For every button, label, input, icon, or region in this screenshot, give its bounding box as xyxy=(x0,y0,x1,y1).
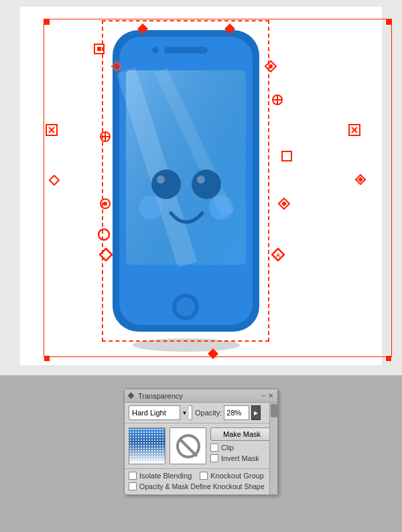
clip-checkbox[interactable] xyxy=(210,444,218,452)
panel-title-label: Transparency xyxy=(138,392,183,400)
transparency-panel: Transparency ─ ✕ Hard Light ▼ Opacity: 2… xyxy=(124,389,278,495)
opacity-mask-checkbox[interactable] xyxy=(129,482,137,490)
blend-mode-label: Hard Light xyxy=(132,409,166,417)
canvas-area: A xyxy=(0,0,402,375)
handle-group-1 xyxy=(111,60,123,75)
handle-group-r5: A xyxy=(271,248,285,264)
svg-point-7 xyxy=(192,170,221,199)
panel-thumbnails-row: Make Mask Clip Invert Mask xyxy=(125,423,277,468)
handle-far-l1 xyxy=(46,124,58,139)
isolate-blending-row: Isolate Blending Knockout Group xyxy=(129,470,273,481)
svg-marker-48 xyxy=(224,23,235,34)
handle-bottom-c xyxy=(208,348,218,362)
svg-point-8 xyxy=(157,176,165,184)
svg-point-28 xyxy=(269,64,273,68)
bottom-panel: Transparency ─ ✕ Hard Light ▼ Opacity: 2… xyxy=(0,375,402,532)
handle-group-3 xyxy=(99,198,111,212)
svg-point-6 xyxy=(151,170,181,199)
svg-point-10 xyxy=(139,196,163,220)
opacity-mask-label: Opacity & Mask Define Knockout Shape xyxy=(139,482,265,490)
phone-svg xyxy=(107,27,265,335)
svg-marker-34 xyxy=(281,201,287,206)
svg-point-15 xyxy=(176,297,195,316)
invert-mask-checkbox[interactable] xyxy=(210,454,218,462)
invert-mask-label: Invert Mask xyxy=(221,454,259,462)
opacity-value: 28% xyxy=(226,409,241,417)
handle-group-2 xyxy=(99,131,111,145)
panel-controls-top: Hard Light ▼ Opacity: 28% ▶ xyxy=(125,403,277,423)
knockout-group-label: Knockout Group xyxy=(210,472,264,480)
panel-scrollbar[interactable] xyxy=(269,403,277,494)
invert-mask-row: Invert Mask xyxy=(210,454,273,462)
isolate-blending-checkbox[interactable] xyxy=(129,472,137,480)
blend-mode-arrow-icon[interactable]: ▼ xyxy=(180,405,189,420)
handle-group-r3 xyxy=(281,151,292,164)
panel-diamond-icon xyxy=(128,393,135,399)
mask-thumbnail[interactable] xyxy=(170,427,206,464)
handle-group-5 xyxy=(94,44,105,57)
svg-point-11 xyxy=(209,196,233,220)
handle-group-4 xyxy=(99,248,113,264)
svg-point-13 xyxy=(152,47,159,54)
opacity-field[interactable]: 28% xyxy=(224,405,249,420)
handle-group-r4 xyxy=(278,198,290,212)
isolate-blending-label: Isolate Blending xyxy=(139,472,192,480)
phone-shadow xyxy=(133,338,240,352)
handle-bl[interactable] xyxy=(44,355,50,362)
handle-top-2 xyxy=(224,23,235,37)
phone-illustration xyxy=(107,27,265,342)
make-mask-button[interactable]: Make Mask xyxy=(210,427,273,441)
clip-label: Clip xyxy=(221,444,234,452)
panel-titlebar: Transparency ─ ✕ xyxy=(125,389,277,403)
svg-point-41 xyxy=(98,229,109,240)
panel-bottom-options: Isolate Blending Knockout Group Opacity … xyxy=(125,468,277,494)
handle-group-r1 xyxy=(265,60,277,75)
handle-far-r2 xyxy=(355,174,366,188)
blend-mode-dropdown[interactable]: Hard Light ▼ xyxy=(129,405,192,420)
handle-far-l2 xyxy=(48,174,60,189)
svg-marker-40 xyxy=(50,176,59,185)
svg-text:A: A xyxy=(276,252,281,259)
panel-minimize-btn[interactable]: ─ xyxy=(261,392,266,399)
knockout-group-checkbox[interactable] xyxy=(200,472,208,480)
svg-point-18 xyxy=(115,64,119,68)
handle-br[interactable] xyxy=(385,355,392,362)
svg-marker-24 xyxy=(100,249,112,261)
handle-tl[interactable] xyxy=(44,19,50,25)
handle-far-l3 xyxy=(97,228,111,244)
svg-rect-12 xyxy=(164,47,208,54)
thumbnail-dots xyxy=(129,428,165,464)
opacity-section: Opacity: 28% ▶ xyxy=(195,405,261,420)
clip-row: Clip xyxy=(210,444,273,452)
svg-marker-49 xyxy=(208,348,218,359)
layer-thumbnail[interactable] xyxy=(129,427,165,464)
panel-title-buttons: ─ ✕ xyxy=(261,392,273,399)
panel-title: Transparency xyxy=(129,392,183,400)
handle-group-r2 xyxy=(271,94,283,109)
svg-rect-32 xyxy=(282,151,291,161)
handle-tr[interactable] xyxy=(385,19,392,25)
make-mask-section: Make Mask Clip Invert Mask xyxy=(210,427,273,462)
handle-far-r1 xyxy=(348,124,360,139)
opacity-label: Opacity: xyxy=(195,409,222,417)
no-symbol-icon xyxy=(176,434,200,458)
svg-point-9 xyxy=(197,176,205,184)
panel-close-btn[interactable]: ✕ xyxy=(268,392,273,399)
svg-rect-26 xyxy=(97,47,101,51)
opacity-stepper[interactable]: ▶ xyxy=(251,405,261,420)
handle-top-1 xyxy=(137,23,148,37)
artboard: A xyxy=(20,7,382,365)
svg-point-23 xyxy=(103,202,107,206)
opacity-mask-row: Opacity & Mask Define Knockout Shape xyxy=(129,481,273,492)
svg-marker-47 xyxy=(137,23,148,34)
